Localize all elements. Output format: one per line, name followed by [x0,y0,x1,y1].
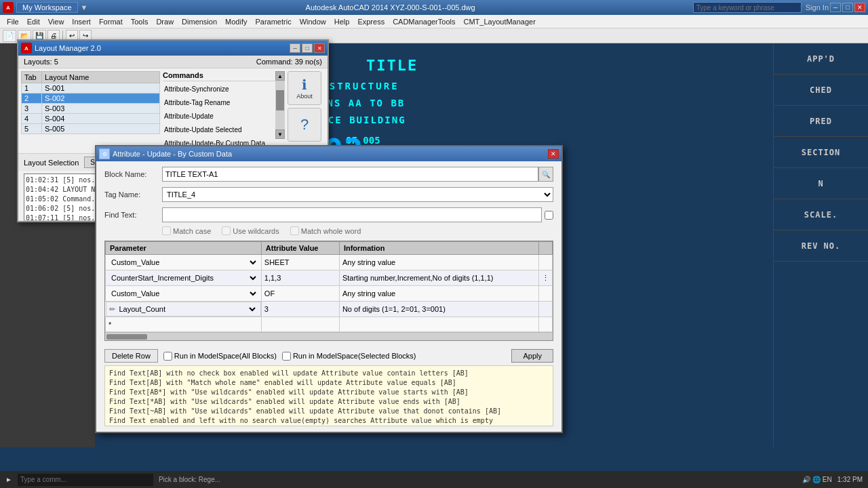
parameter-select-4[interactable]: Layout_Count [117,303,258,315]
col-information: Information [339,242,538,255]
menu-cadmanager[interactable]: CADManagerTools [389,16,459,27]
table-row[interactable]: 4S-004 [22,114,160,124]
help-button[interactable]: ? [288,108,321,142]
list-item[interactable]: Attribute-Update [163,110,285,123]
system-tray: 🔊 🌐 EN [802,476,831,483]
menu-parametric[interactable]: Parametric [251,16,295,27]
command-input[interactable] [18,474,153,486]
block-name-picker-btn[interactable]: 🔍 [538,167,553,182]
col-attr-value: Attribute Value [261,242,339,255]
table-row: Custom_Value OF Any string value [106,286,553,302]
table-row[interactable]: 5S-005 [22,124,160,134]
find-text-checkbox[interactable] [545,211,553,220]
attr-close-button[interactable]: ✕ [548,149,559,159]
commands-scrollbar[interactable]: ▲ ▼ [275,71,285,139]
attr-bottom-bar: Delete Row Run in ModelSpace(All Blocks)… [104,346,553,365]
match-whole-word-label: Match whole word [301,227,361,235]
delete-row-button[interactable]: Delete Row [104,349,158,363]
minimize-btn[interactable]: ─ [830,3,841,12]
find-text-row: Find Text: [104,207,553,222]
list-item[interactable]: Attribute-Update Selected [163,123,285,137]
layout-manager-icon: A [21,43,32,54]
menu-insert[interactable]: Insert [68,16,95,27]
lm-minimize-btn[interactable]: ─ [290,43,300,53]
parameter-select-3[interactable]: Custom_Value [108,287,258,300]
lm-maximize-btn[interactable]: □ [302,43,313,53]
table-hscroll[interactable] [105,332,553,340]
attribute-update-dialog: ⚙ Attribute - Update - By Custom Data ✕ … [95,145,563,433]
menu-view[interactable]: View [44,16,68,27]
menu-cmt[interactable]: CMT_LayoutManager [459,16,539,27]
table-row[interactable]: 3S-003 [22,104,160,114]
layout-selection-label: Layout Selection [24,159,79,167]
menu-dimension[interactable]: Dimension [178,16,221,27]
table-row[interactable]: 2S-002 [22,94,160,104]
attribute-table-container: Parameter Attribute Value Information Cu… [104,241,553,341]
match-whole-word-option[interactable]: Match whole word [290,226,361,235]
use-wildcards-option[interactable]: Use wildcards [222,226,279,235]
menu-file[interactable]: File [3,16,23,27]
workspace-dropdown[interactable]: ▼ [81,3,88,12]
toolbar-new[interactable]: 📄 [3,30,16,42]
match-whole-word-checkbox[interactable] [290,226,299,235]
command-prompt-label: ► [5,476,12,483]
use-wildcards-checkbox[interactable] [222,226,231,235]
match-case-option[interactable]: Match case [162,226,211,235]
parameter-select-1[interactable]: Custom_Value [108,256,258,268]
sign-in-btn[interactable]: Sign In [806,3,829,12]
workspace-selector[interactable]: My Workspace [16,2,78,13]
block-name-input[interactable] [162,167,538,182]
commands-list: Attribute-Synchronize Attribute-Tag Rena… [163,83,285,150]
table-row[interactable]: 1S-001 [22,83,160,94]
run-model-selected-option[interactable]: Run in ModelSpace(Selected Blocks) [282,352,416,361]
attribute-table: Parameter Attribute Value Information Cu… [105,241,553,332]
run-model-all-checkbox[interactable] [163,352,172,361]
layout-manager-title-bar: A Layout Manager 2.0 ─ □ ✕ [18,41,328,56]
menu-draw[interactable]: Draw [152,16,178,27]
right-panel-n: N [774,168,868,199]
col-layout-name: Layout Name [42,72,160,83]
title-bar-center: Autodesk AutoCAD 2014 XYZ-000-S-001--005… [306,3,475,12]
find-text-input[interactable] [162,207,542,222]
menu-help[interactable]: Help [330,16,354,27]
lm-table-area: Tab Layout Name 1S-001 2S-002 3S-003 [21,71,160,150]
menu-bar-container: File Edit View Insert Format Tools Draw … [0,15,868,28]
right-panel-revno: REV NO. [774,230,868,262]
clock: 1:32 PM [837,476,863,483]
right-panel: APP'D CHED PRED SECTION N SCALE. REV NO. [773,43,868,447]
right-panel-pred: PRED [774,106,868,137]
attr-title-bar: ⚙ Attribute - Update - By Custom Data ✕ [96,146,561,161]
help-line: Find Text[~AB] with "Use wildcards" enab… [109,407,549,416]
menu-modify[interactable]: Modify [221,16,251,27]
new-row-star: * [108,321,111,329]
close-btn[interactable]: ✕ [854,3,865,12]
lm-close-btn[interactable]: ✕ [314,43,325,53]
match-case-label: Match case [173,227,211,235]
command-count: Command: 39 no(s) [256,58,322,66]
lm-header: Layouts: 5 Command: 39 no(s) [18,56,328,68]
menu-tools[interactable]: Tools [127,16,153,27]
options-row: Match case Use wildcards Match whole wor… [104,226,553,235]
maximize-btn[interactable]: □ [842,3,853,12]
help-line: Find Text[AB] with no check box enabled … [109,369,549,378]
scroll-thumb[interactable] [276,90,284,110]
search-input[interactable] [693,2,802,13]
list-item[interactable]: Attribute-Tag Rename [163,96,285,110]
menu-window[interactable]: Window [296,16,330,27]
menu-edit[interactable]: Edit [23,16,44,27]
scroll-down-btn[interactable]: ▼ [275,129,285,139]
run-model-all-option[interactable]: Run in ModelSpace(All Blocks) [163,352,277,361]
parameter-select-2[interactable]: CounterStart_Increment_Digits [108,272,258,284]
use-wildcards-label: Use wildcards [233,227,279,235]
run-model-selected-checkbox[interactable] [282,352,291,361]
block-name-row: Block Name: 🔍 [104,167,553,182]
tag-name-select[interactable]: TITLE_4 [162,187,553,202]
scroll-up-btn[interactable]: ▲ [275,71,285,81]
about-button[interactable]: ℹ About [288,71,321,105]
menu-format[interactable]: Format [95,16,127,27]
menu-express[interactable]: Express [353,16,389,27]
apply-button[interactable]: Apply [511,349,553,363]
list-item[interactable]: Attribute-Synchronize [163,83,285,96]
match-case-checkbox[interactable] [162,226,171,235]
layout-manager-title: Layout Manager 2.0 [35,44,101,52]
